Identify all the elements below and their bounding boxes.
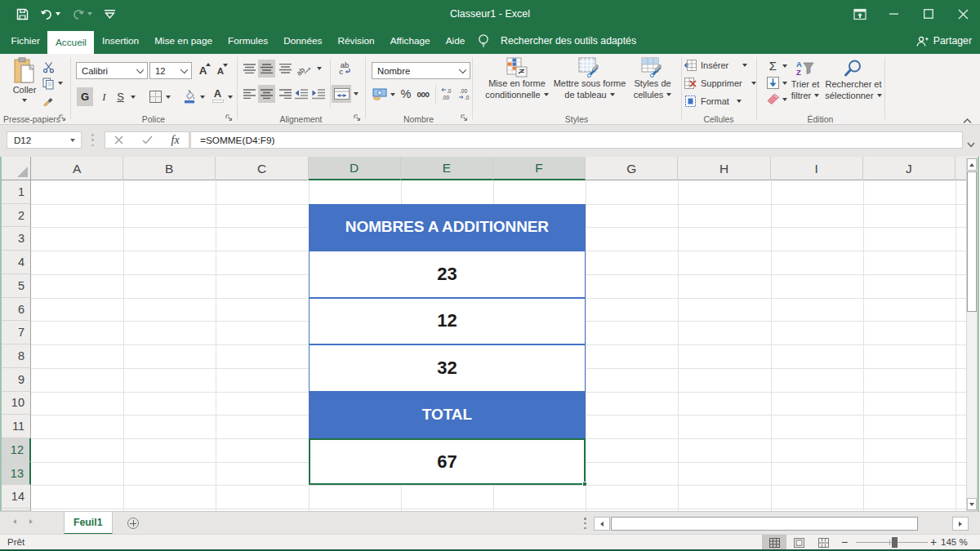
ribbon-tab-accueil[interactable]: Accueil <box>47 31 94 54</box>
format-as-table-button[interactable]: Mettre sous forme de tableau <box>554 57 626 100</box>
paste-button[interactable]: Coller <box>7 57 42 102</box>
zoom-in-button[interactable]: + <box>930 535 937 549</box>
fill-handle[interactable] <box>582 482 587 487</box>
zoom-out-button[interactable]: − <box>841 535 848 549</box>
underline-button[interactable]: S <box>114 87 127 106</box>
prev-sheet-button[interactable] <box>13 519 16 524</box>
increase-indent-button[interactable] <box>311 87 326 101</box>
scroll-down-button[interactable] <box>967 498 977 510</box>
insert-function-button[interactable]: fx <box>172 134 180 147</box>
row-header-14[interactable]: 14 <box>2 485 31 509</box>
zoom-level[interactable]: 145 % <box>941 537 968 547</box>
vertical-scroll-thumb[interactable] <box>967 171 977 312</box>
row-header-5[interactable]: 5 <box>2 274 31 298</box>
ribbon-tab-formules[interactable]: Formules <box>220 28 276 54</box>
minimize-button[interactable] <box>877 0 911 28</box>
scroll-left-button[interactable] <box>594 517 610 531</box>
wrap-text-button[interactable]: ab c <box>334 59 355 78</box>
delete-cells-button[interactable]: Supprimer <box>684 78 756 89</box>
column-header-h[interactable]: H <box>678 157 770 180</box>
formula-input[interactable]: =SOMME(D4:F9) <box>190 131 963 149</box>
align-bottom-button[interactable] <box>278 61 292 76</box>
enter-icon[interactable] <box>142 136 153 144</box>
percent-style-button[interactable]: % <box>399 87 412 101</box>
format-painter-button[interactable] <box>41 93 56 106</box>
sort-filter-button[interactable]: A Z Trier et filtrer <box>787 57 823 101</box>
share-button[interactable]: Partager <box>915 28 972 54</box>
row-header-6[interactable]: 6 <box>2 298 31 322</box>
column-header-j[interactable]: J <box>863 157 956 180</box>
fill-button[interactable] <box>767 77 779 89</box>
font-color-button[interactable]: A <box>211 88 225 104</box>
column-header-e[interactable]: E <box>401 157 493 180</box>
normal-view-button[interactable] <box>762 535 786 550</box>
column-header-c[interactable]: C <box>216 157 308 180</box>
row-header-4[interactable]: 4 <box>2 251 31 274</box>
clipboard-dialog-launcher[interactable] <box>59 114 67 122</box>
merge-center-dropdown-caret[interactable] <box>354 92 359 96</box>
scroll-up-button[interactable] <box>967 158 977 171</box>
borders-button[interactable] <box>149 90 163 104</box>
next-sheet-button[interactable] <box>29 519 33 524</box>
font-color-dropdown-caret[interactable] <box>228 96 233 99</box>
horizontal-scroll-thumb[interactable] <box>611 517 918 531</box>
row-header-11[interactable]: 11 <box>2 415 31 438</box>
ribbon-tab-fichier[interactable]: Fichier <box>3 28 47 54</box>
page-break-view-button[interactable] <box>811 535 835 550</box>
row-header-9[interactable]: 9 <box>2 368 31 392</box>
comma-style-button[interactable]: 000 <box>415 87 431 100</box>
table-value-cell[interactable]: 67 <box>309 438 586 485</box>
tell-me-search[interactable]: Rechercher des outils adaptés <box>478 28 636 54</box>
align-top-button[interactable] <box>242 61 256 76</box>
align-center-button[interactable] <box>258 85 275 103</box>
sheet-tab-feuil1[interactable]: Feuil1 <box>64 512 113 535</box>
table-value-cell[interactable]: 12 <box>309 298 586 344</box>
font-size-select[interactable]: 12 <box>149 62 192 79</box>
number-format-select[interactable]: Nombre <box>372 62 470 79</box>
underline-dropdown-caret[interactable] <box>131 96 136 99</box>
format-cells-button[interactable]: Format <box>684 96 742 107</box>
row-header-13[interactable]: 13 <box>2 462 31 486</box>
horizontal-scrollbar[interactable] <box>594 517 969 531</box>
fill-color-dropdown-caret[interactable] <box>200 96 205 99</box>
table-value-cell[interactable]: 32 <box>309 344 586 391</box>
cut-button[interactable] <box>41 60 56 73</box>
scroll-right-button[interactable] <box>952 517 969 531</box>
align-right-button[interactable] <box>278 87 292 101</box>
find-select-button[interactable]: Rechercher et sélectionner <box>823 57 884 101</box>
ribbon-tab-mise-en-page[interactable]: Mise en page <box>147 28 220 54</box>
increase-decimal-button[interactable]: .0 .00 <box>439 87 452 101</box>
close-button[interactable] <box>946 0 980 28</box>
new-sheet-button[interactable] <box>127 518 139 529</box>
column-header-i[interactable]: I <box>771 157 863 180</box>
ribbon-tab-donnees[interactable]: Données <box>276 28 330 54</box>
insert-cells-button[interactable]: Insérer <box>684 60 747 71</box>
fill-color-button[interactable] <box>181 88 197 104</box>
bold-button[interactable]: G <box>77 87 93 106</box>
clear-button[interactable] <box>766 93 780 106</box>
column-header-b[interactable]: B <box>123 157 216 180</box>
column-header-f[interactable]: F <box>493 157 586 180</box>
decrease-decimal-button[interactable]: .00 .0 <box>457 87 470 101</box>
shrink-font-button[interactable]: A <box>213 63 228 78</box>
ribbon-tab-aide[interactable]: Aide <box>438 28 473 54</box>
cancel-icon[interactable] <box>114 136 123 144</box>
row-header-1[interactable]: 1 <box>2 180 31 204</box>
tab-scroll-handle[interactable] <box>584 518 586 529</box>
borders-dropdown-caret[interactable] <box>166 96 171 99</box>
ribbon-tab-revision[interactable]: Révision <box>330 28 382 54</box>
orientation-dropdown-caret[interactable] <box>317 67 322 70</box>
row-header-8[interactable]: 8 <box>2 344 31 368</box>
ribbon-tab-insertion[interactable]: Insertion <box>94 28 146 54</box>
column-header-a[interactable]: A <box>31 157 123 180</box>
table-value-cell[interactable]: 23 <box>309 251 586 297</box>
font-name-select[interactable]: Calibri <box>76 62 148 79</box>
merge-center-button[interactable] <box>332 85 351 103</box>
decrease-indent-button[interactable] <box>294 87 309 101</box>
accounting-format-button[interactable] <box>372 87 387 101</box>
number-dialog-launcher[interactable] <box>461 114 469 122</box>
autosum-button[interactable]: Σ <box>766 59 780 73</box>
row-header-10[interactable]: 10 <box>2 392 31 415</box>
alignment-dialog-launcher[interactable] <box>354 114 362 122</box>
column-header-d[interactable]: D <box>309 157 401 180</box>
